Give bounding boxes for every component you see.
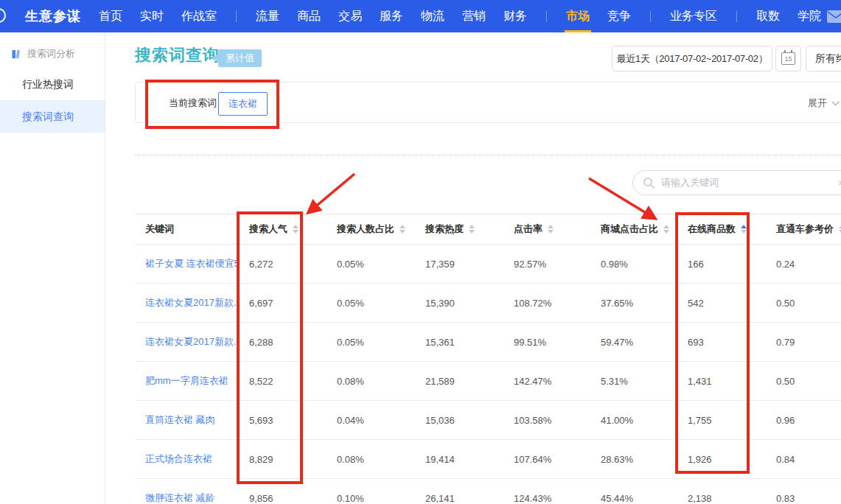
keyword-link[interactable]: 连衣裙女夏2017新款...	[145, 297, 239, 308]
column-header-label: 搜索热度	[425, 223, 464, 236]
table-cell: 2,138	[677, 479, 766, 504]
table-row: 裙子女夏 连衣裙便宜5...6,2720.05%17,35992.57%0.98…	[135, 245, 841, 284]
app-logo[interactable]: 生意参谋	[25, 7, 81, 25]
table-cell: 37.65%	[590, 284, 677, 323]
keyword-link[interactable]: 正式场合连衣裙	[145, 453, 212, 464]
nav-item-首页[interactable]: 首页	[90, 0, 131, 32]
keyword-link[interactable]: 连衣裙女夏2017新款...	[145, 336, 239, 347]
keyword-cell: 连衣裙女夏2017新款...	[135, 323, 239, 362]
column-header-label: 点击率	[514, 223, 542, 236]
nav-item-流量[interactable]: 流量	[247, 0, 288, 32]
clear-icon[interactable]: ×	[838, 171, 841, 195]
table-cell: 5.31%	[590, 362, 677, 401]
sort-icon[interactable]	[469, 225, 475, 234]
table-cell: 103.58%	[503, 401, 590, 440]
search-placeholder: 请输入关键词	[661, 171, 719, 195]
column-header-搜索热度[interactable]: 搜索热度	[415, 214, 503, 245]
sort-up-arrow	[293, 225, 299, 228]
column-header-搜索人数占比[interactable]: 搜索人数占比	[327, 214, 415, 245]
chevron-down-icon	[832, 98, 840, 105]
sidebar-item-行业热搜词[interactable]: 行业热搜词	[0, 68, 105, 100]
nav-item-竞争[interactable]: 竞争	[599, 0, 640, 32]
nav-item-学院[interactable]: 学院	[789, 0, 830, 32]
table-cell: 15,361	[415, 323, 503, 362]
table-cell: 0.24	[766, 245, 841, 284]
table-cell: 142.47%	[503, 362, 590, 401]
column-header-label: 直通车参考价	[776, 223, 834, 236]
column-header-搜索人气[interactable]: 搜索人气	[239, 214, 327, 245]
table-cell: 1,755	[677, 401, 766, 440]
column-header-label: 搜索人数占比	[337, 223, 394, 236]
table-cell: 0.79	[766, 323, 841, 362]
keyword-search-input[interactable]: 请输入关键词 ×	[632, 170, 841, 195]
keyword-link[interactable]: 微胖连衣裙 减龄	[145, 492, 215, 503]
keyword-link[interactable]: 直筒连衣裙 藏肉	[145, 414, 215, 425]
nav-item-作战室[interactable]: 作战室	[172, 0, 226, 32]
app-logo-icon	[0, 8, 6, 23]
table-cell: 15,036	[415, 401, 503, 440]
terminal-select[interactable]: 所有终端	[806, 46, 841, 71]
sort-up-arrow	[663, 225, 669, 228]
nav-menu: 首页实时作战室流量商品交易服务物流营销财务市场竞争业务专区取数学院	[90, 0, 830, 32]
nav-item-财务[interactable]: 财务	[495, 0, 536, 32]
sort-icon[interactable]	[293, 225, 299, 234]
nav-item-营销[interactable]: 营销	[453, 0, 495, 32]
keyword-cell: 肥mm一字肩连衣裙	[135, 362, 239, 401]
nav-item-取数[interactable]: 取数	[747, 0, 789, 32]
keyword-cell: 微胖连衣裙 减龄	[135, 479, 239, 504]
expand-label: 展开	[808, 97, 827, 108]
table-cell: 17,359	[415, 245, 503, 284]
sort-icon[interactable]	[741, 225, 747, 234]
table-cell: 0.10%	[327, 479, 415, 504]
keyword-cell: 连衣裙女夏2017新款...	[135, 284, 239, 323]
sidebar-item-搜索词查询[interactable]: 搜索词查询	[0, 100, 105, 133]
date-range-picker[interactable]: 最近1天（2017-07-02~2017-07-02）	[612, 46, 772, 71]
column-header-点击率[interactable]: 点击率	[503, 214, 590, 245]
column-header-label: 关键词	[145, 223, 174, 236]
table-cell: 166	[677, 245, 766, 284]
sidebar-group-search-term-analysis[interactable]: 搜索词分析	[0, 32, 105, 60]
nav-item-实时[interactable]: 实时	[131, 0, 172, 32]
sort-icon[interactable]	[548, 225, 554, 234]
table-row: 正式场合连衣裙8,8290.08%19,414107.64%28.63%1,92…	[135, 440, 841, 479]
mail-icon[interactable]	[826, 10, 841, 24]
expand-link[interactable]: 展开	[808, 83, 837, 124]
nav-divider	[236, 11, 237, 22]
nav-item-商品[interactable]: 商品	[288, 0, 329, 32]
table-cell: 0.83	[766, 479, 841, 504]
table-cell: 0.05%	[327, 245, 415, 284]
nav-item-市场[interactable]: 市场	[557, 0, 599, 32]
sort-up-arrow	[741, 225, 747, 228]
table-cell: 693	[677, 323, 766, 362]
table-cell: 5,693	[239, 401, 327, 440]
table-cell: 9,856	[239, 479, 327, 504]
table-cell: 8,829	[239, 440, 327, 479]
column-header-商城点击占比[interactable]: 商城点击占比	[590, 214, 677, 245]
nav-item-物流[interactable]: 物流	[412, 0, 453, 32]
table-row: 肥mm一字肩连衣裙8,5220.08%21,589142.47%5.31%1,4…	[135, 362, 841, 401]
sort-icon[interactable]	[663, 225, 669, 234]
keyword-link[interactable]: 裙子女夏 连衣裙便宜5...	[145, 258, 239, 269]
sort-down-arrow	[663, 230, 669, 234]
current-keyword-tag[interactable]: 连衣裙	[218, 92, 268, 116]
table-body: 裙子女夏 连衣裙便宜5...6,2720.05%17,35992.57%0.98…	[135, 245, 841, 504]
table-cell: 92.57%	[503, 245, 590, 284]
sort-icon[interactable]	[399, 225, 405, 234]
column-header-在线商品数[interactable]: 在线商品数	[677, 214, 766, 245]
keyword-link[interactable]: 肥mm一字肩连衣裙	[145, 375, 228, 386]
calendar-button[interactable]: 15	[775, 46, 801, 71]
nav-item-服务[interactable]: 服务	[371, 0, 412, 32]
page-title: 搜索词查询	[135, 44, 220, 66]
keyword-cell: 裙子女夏 连衣裙便宜5...	[135, 245, 239, 284]
column-header-直通车参考价[interactable]: 直通车参考价	[766, 214, 841, 245]
nav-item-业务专区[interactable]: 业务专区	[661, 0, 726, 32]
sidebar: 搜索词分析 行业热搜词搜索词查询	[0, 32, 105, 504]
nav-item-交易[interactable]: 交易	[329, 0, 371, 32]
table-cell: 28.63%	[590, 440, 677, 479]
keyword-cell: 直筒连衣裙 藏肉	[135, 401, 239, 440]
table-cell: 107.64%	[503, 440, 590, 479]
table-cell: 0.96	[766, 401, 841, 440]
table-cell: 108.72%	[503, 284, 590, 323]
keywords-table: 关键词搜索人气搜索人数占比搜索热度点击率商城点击占比在线商品数直通车参考价 裙子…	[135, 214, 841, 504]
table-cell: 15,390	[415, 284, 503, 323]
